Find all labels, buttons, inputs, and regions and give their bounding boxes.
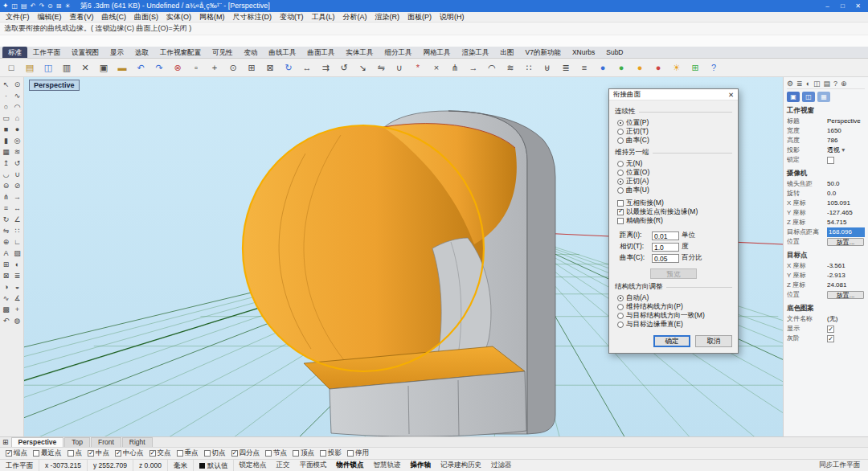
units-cell[interactable]: 毫米 [168,460,194,471]
isocurve-radio[interactable]: 自动(A) [617,293,732,302]
undo-icon[interactable]: ↶ [132,59,149,76]
osnap-item[interactable]: 顶点 [293,448,314,458]
grid-icon[interactable]: ⊞ [686,59,704,76]
panel-value[interactable]: 透视 [827,145,865,155]
toolbar-tab[interactable]: 曲线工具 [264,47,302,58]
visibility-icon[interactable]: ◐ [12,259,23,270]
maximize-button[interactable]: □ [835,0,850,12]
menu-item[interactable]: 网格(M) [195,12,229,23]
cancel-button[interactable]: 取消 [695,335,732,347]
status-toggle[interactable]: 平面模式 [294,461,331,470]
explode-icon[interactable]: * [409,59,427,76]
render-sphere-icon[interactable]: ● [612,59,630,76]
array-icon[interactable]: ∷ [520,59,538,76]
wallpaper-settings-icon[interactable]: ▦ [817,92,830,102]
panel-value[interactable]: 105.091 [827,199,865,208]
status-toggle[interactable]: 智慧轨迹 [368,461,405,470]
select-all-icon[interactable]: ▫ [187,59,205,76]
menu-item[interactable]: 变动(T) [276,12,308,23]
osnap-item[interactable]: 点 [68,448,83,458]
toolbar-tab[interactable]: SubD [600,47,628,58]
status-toggle[interactable]: 锁定格点 [234,461,271,470]
boolean-union-icon[interactable]: ∪ [12,169,23,180]
match-checkbox[interactable]: 精确衔接(R) [617,216,732,225]
preserve-radio[interactable]: 无(N) [617,159,732,168]
panel-value[interactable]: 0.0 [827,189,865,199]
status-toggle[interactable]: 物件锁点 [331,461,368,470]
select-icon[interactable]: ↖ [1,79,12,90]
tolerance-input[interactable]: 0.01 [652,231,679,240]
pipe-icon[interactable]: ◎ [12,135,23,146]
grid-icon[interactable]: ⊞ [56,0,62,12]
rendering-icon[interactable]: ▤ [824,79,831,89]
tolerance-input[interactable]: 0.05 [652,254,679,263]
extend-icon[interactable]: → [12,191,23,203]
menu-item[interactable]: 曲线(C) [98,12,131,23]
panel-value[interactable]: -127.465 [827,208,865,218]
menu-item[interactable]: 面板(P) [403,12,436,23]
curve-tools-icon[interactable]: ∿ [1,293,12,304]
preserve-radio[interactable]: 正切(A) [617,177,732,186]
environment-sphere-icon[interactable]: ● [649,59,667,76]
menu-item[interactable]: 编辑(E) [34,12,66,23]
status-toggle[interactable]: 正交 [271,461,294,470]
osnap-icon[interactable]: ⊙ [12,79,23,90]
osnap-item[interactable]: 端点 [6,448,27,458]
toolbar-tab[interactable]: 渲染工具 [457,47,495,58]
loft-icon[interactable]: ≋ [12,146,23,158]
point-icon[interactable]: · [1,90,12,101]
osnap-item[interactable]: 节点 [265,448,287,458]
pan-icon[interactable]: + [206,59,223,76]
display-icon[interactable]: ◐ [806,79,810,89]
analyze-icon[interactable]: ∡ [12,293,23,304]
osnap-item[interactable]: 四分点 [231,448,260,458]
cplane-button[interactable]: 工作平面 [0,460,39,471]
tolerance-input[interactable]: 1.0 [652,243,679,252]
panel-value[interactable]: 50.0 [827,179,865,189]
panel-value[interactable]: -3.561 [827,261,865,271]
fillet-icon[interactable]: ◠ [483,59,501,76]
osnap-item[interactable]: 切点 [204,448,226,458]
open-icon[interactable]: ▤ [21,0,27,12]
continuity-radio[interactable]: 位置(P) [617,118,732,127]
mirror-icon[interactable]: ⇋ [1,225,12,236]
toolbar-tab[interactable]: 设置视图 [66,47,104,58]
camera-settings-icon[interactable]: ◫ [802,92,815,102]
rotate-icon[interactable]: ↻ [1,214,12,225]
layer-icon[interactable]: ≣ [12,270,23,281]
viewport-tab[interactable]: Perspective [11,437,64,447]
properties-gear-icon[interactable]: ⚙ [787,79,793,89]
viewport-settings-icon[interactable]: ▣ [787,92,800,102]
viewport-tab[interactable]: Top [64,437,90,447]
panel-value[interactable]: 放置... [827,291,864,299]
status-toggle[interactable]: 记录建构历史 [436,461,486,470]
panel-value[interactable] [827,335,834,342]
surface-tools-icon[interactable]: ◍ [12,315,23,326]
match-checkbox[interactable]: 以最接近点衔接边缘(M) [617,207,732,216]
panel-value[interactable]: 168.096 [827,227,865,237]
panel-value[interactable] [827,157,834,164]
isocurve-radio[interactable]: 与目标结构线方向一致(M) [617,311,732,320]
zoom-icon[interactable]: ⊙ [224,59,242,76]
osnap-item[interactable]: 最近点 [33,448,62,458]
toolbar-tab[interactable]: 工作平面 [27,47,66,58]
toolbar-tab[interactable]: 出图 [495,47,520,58]
offset-icon[interactable]: ≡ [1,203,12,214]
menu-item[interactable]: 文件(F) [2,12,34,23]
extrude-icon[interactable]: ↥ [1,158,12,169]
array-icon[interactable]: ∷ [12,225,23,236]
revolve-icon[interactable]: ↺ [12,158,23,169]
lock-icon[interactable]: ⊠ [1,270,12,281]
toolbar-tab[interactable]: 工作视窗配置 [154,47,207,58]
help-icon[interactable]: ? [833,79,837,89]
material-sphere-icon[interactable]: ● [594,59,612,76]
join-icon[interactable]: ∪ [391,59,408,76]
scale-icon[interactable]: ↘ [354,59,371,76]
menu-item[interactable]: 渲染(R) [371,12,404,23]
panel-value[interactable]: (无) [827,314,865,324]
menu-item[interactable]: 工具(L) [308,12,339,23]
redo-icon[interactable]: ↷ [150,59,168,76]
continuity-radio[interactable]: 正切(T) [617,127,732,136]
menu-item[interactable]: 实体(O) [162,12,195,23]
minimize-button[interactable]: – [820,0,835,12]
